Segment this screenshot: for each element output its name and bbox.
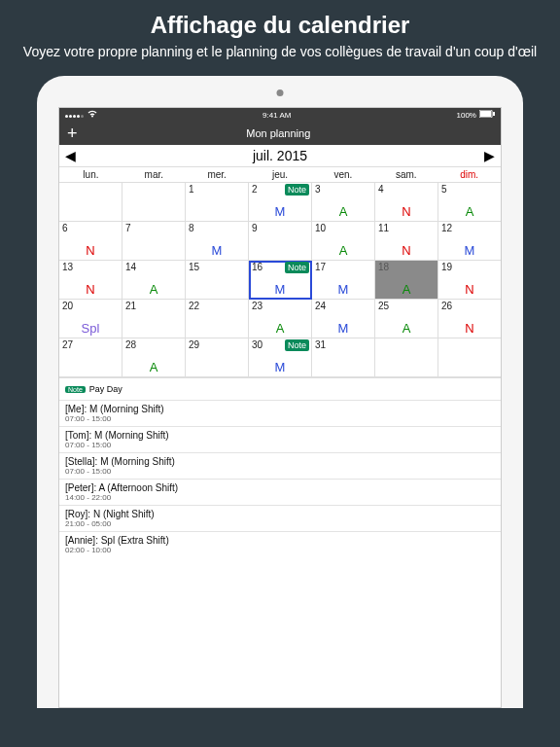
note-badge: Note xyxy=(285,339,309,351)
prev-month-button[interactable]: ◀ xyxy=(65,148,76,163)
schedule-item[interactable]: [Stella]: M (Morning Shift)07:00 - 15:00 xyxy=(59,452,501,479)
calendar-day[interactable]: 16NoteM xyxy=(249,261,312,300)
schedule-title: [Roy]: N (Night Shift) xyxy=(65,509,495,519)
calendar-day[interactable]: 19N xyxy=(438,261,501,300)
battery-icon xyxy=(479,110,495,120)
device-frame: 9:41 AM 100% + Mon planning ◀ juil. 2015… xyxy=(37,76,523,708)
shift-code: A xyxy=(122,282,185,297)
calendar-day[interactable]: 21 xyxy=(122,300,186,338)
status-bar: 9:41 AM 100% xyxy=(59,108,501,122)
schedule-time: 07:00 - 15:00 xyxy=(65,441,495,449)
signal-icon xyxy=(65,111,85,120)
calendar-day[interactable]: 23A xyxy=(249,300,312,338)
note-badge: Note xyxy=(285,262,309,273)
day-number: 22 xyxy=(189,301,199,311)
weekday-label: ven. xyxy=(311,167,374,182)
promo-subtitle: Voyez votre propre planning et le planni… xyxy=(19,43,541,60)
schedule-item[interactable]: [Tom]: M (Morning Shift)07:00 - 15:00 xyxy=(59,426,501,452)
calendar-day[interactable]: 2NoteM xyxy=(249,183,312,222)
schedule-item[interactable]: [Peter]: A (Afternoon Shift)14:00 - 22:0… xyxy=(59,479,501,505)
camera-dot xyxy=(277,89,284,96)
svg-rect-2 xyxy=(493,112,495,116)
calendar-day[interactable]: 26N xyxy=(438,300,501,338)
calendar-day[interactable]: 15 xyxy=(186,261,249,300)
calendar-day[interactable]: 12M xyxy=(438,222,501,261)
shift-code: N xyxy=(375,243,438,258)
calendar-day[interactable]: 31 xyxy=(312,338,375,377)
clock: 9:41 AM xyxy=(262,111,291,120)
weekday-header: lun.mar.mer.jeu.ven.sam.dim. xyxy=(59,167,501,183)
day-number: 2 xyxy=(252,184,258,195)
calendar-day[interactable]: 14A xyxy=(122,261,186,300)
shift-code: A xyxy=(312,204,374,219)
schedule-time: 07:00 - 15:00 xyxy=(65,414,495,423)
day-number: 18 xyxy=(378,262,389,272)
shift-code: M xyxy=(438,243,501,258)
calendar-day[interactable]: 6N xyxy=(59,222,122,261)
note-badge: Note xyxy=(65,386,86,393)
calendar-day[interactable]: 17M xyxy=(312,261,375,300)
month-label: juil. 2015 xyxy=(253,148,307,163)
shift-code: N xyxy=(438,321,501,336)
weekday-label: jeu. xyxy=(249,167,312,182)
calendar-day[interactable]: 24M xyxy=(312,300,375,338)
shift-code: M xyxy=(249,204,311,219)
add-button[interactable]: + xyxy=(67,124,78,142)
schedule-item[interactable]: [Me]: M (Morning Shift)07:00 - 15:00 xyxy=(59,400,501,426)
shift-code: A xyxy=(122,360,185,374)
weekday-label: lun. xyxy=(59,167,122,182)
calendar-day xyxy=(375,338,438,377)
day-number: 28 xyxy=(125,339,136,350)
day-number: 17 xyxy=(315,262,326,272)
calendar-day[interactable]: 5A xyxy=(438,183,501,222)
nav-title: Mon planning xyxy=(246,127,310,139)
calendar-day[interactable]: 10A xyxy=(312,222,375,261)
calendar-day[interactable]: 20Spl xyxy=(59,300,122,338)
day-number: 10 xyxy=(315,223,326,233)
calendar-day[interactable]: 18A xyxy=(375,261,438,300)
weekday-label: dim. xyxy=(438,167,501,182)
schedule-item[interactable]: [Roy]: N (Night Shift)21:00 - 05:00 xyxy=(59,505,501,531)
calendar-day[interactable]: 22 xyxy=(186,300,249,338)
day-number: 30 xyxy=(252,339,262,350)
calendar-day[interactable]: 4N xyxy=(375,183,438,222)
day-number: 16 xyxy=(252,262,262,272)
calendar-day xyxy=(59,183,122,222)
calendar-day[interactable]: 7 xyxy=(122,222,186,261)
shift-code: N xyxy=(59,282,122,297)
schedule-time: 02:00 - 10:00 xyxy=(65,546,495,554)
day-number: 14 xyxy=(125,262,136,272)
schedule-item[interactable]: [Annie]: Spl (Extra Shift)02:00 - 10:00 xyxy=(59,531,501,557)
nav-bar: + Mon planning xyxy=(59,122,501,145)
schedule-title: [Stella]: M (Morning Shift) xyxy=(65,456,495,467)
shift-code: A xyxy=(312,243,374,258)
schedule-time: 14:00 - 22:00 xyxy=(65,493,495,502)
weekday-label: sam. xyxy=(374,167,438,182)
shift-code: M xyxy=(249,282,311,297)
schedule-time: 21:00 - 05:00 xyxy=(65,519,495,528)
next-month-button[interactable]: ▶ xyxy=(484,148,495,163)
calendar-day[interactable]: 9 xyxy=(249,222,312,261)
calendar-day[interactable]: 27 xyxy=(59,338,122,377)
calendar-day[interactable]: 28A xyxy=(122,338,186,377)
calendar-day[interactable]: 25A xyxy=(375,300,438,338)
calendar-day[interactable]: 13N xyxy=(59,261,122,300)
day-number: 24 xyxy=(315,301,326,311)
day-number: 13 xyxy=(62,262,73,272)
calendar-day[interactable]: 8M xyxy=(186,222,249,261)
day-number: 20 xyxy=(62,301,73,311)
battery-percent: 100% xyxy=(457,111,476,120)
calendar-day[interactable]: 1 xyxy=(186,183,249,222)
shift-code: A xyxy=(249,321,311,336)
calendar-day[interactable]: 29 xyxy=(186,338,249,377)
calendar-day[interactable]: 11N xyxy=(375,222,438,261)
day-number: 27 xyxy=(62,339,73,350)
month-selector: ◀ juil. 2015 ▶ xyxy=(59,145,501,167)
day-number: 8 xyxy=(189,223,194,233)
app-screen: 9:41 AM 100% + Mon planning ◀ juil. 2015… xyxy=(58,107,502,708)
day-number: 11 xyxy=(378,223,389,233)
calendar-day[interactable]: 3A xyxy=(312,183,375,222)
calendar-day[interactable]: 30NoteM xyxy=(249,338,312,377)
day-number: 29 xyxy=(189,339,199,350)
weekday-label: mer. xyxy=(186,167,249,182)
